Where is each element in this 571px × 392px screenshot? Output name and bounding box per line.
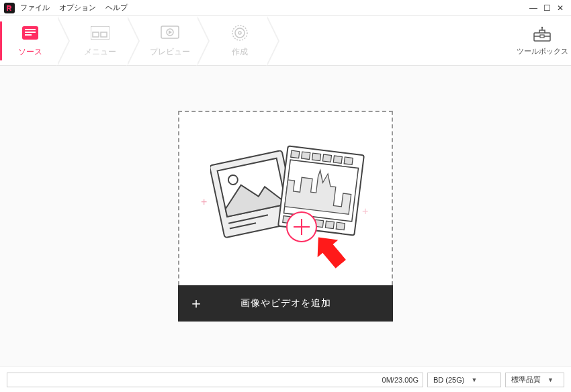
svg-point-11 (238, 32, 241, 34)
source-icon (21, 23, 39, 42)
chevron-icon (58, 16, 70, 66)
quality-select[interactable]: 標準品質 ▼ (505, 373, 564, 387)
step-label: 作成 (232, 46, 248, 58)
pointer-arrow-icon (309, 226, 356, 273)
minimize-button[interactable]: — (527, 3, 540, 13)
step-nav: ソース メニュー プレビュー 作成 ツールボックス (0, 16, 571, 66)
svg-rect-2 (25, 32, 36, 33)
disc-type-select[interactable]: BD (25G) ▼ (427, 373, 501, 387)
titlebar: ファイル オプション ヘルプ — ☐ ✕ (0, 0, 571, 16)
svg-rect-1 (25, 29, 36, 30)
step-source[interactable]: ソース (0, 16, 60, 66)
drop-zone[interactable]: + + (178, 111, 393, 322)
menu-help[interactable]: ヘルプ (105, 3, 128, 13)
toolbox-label: ツールボックス (517, 46, 568, 56)
sparkle-icon: + (201, 196, 207, 208)
add-media-button[interactable]: ＋ 画像やビデオを追加 (178, 285, 393, 322)
quality-value: 標準品質 (511, 375, 541, 385)
svg-point-16 (541, 27, 543, 28)
menu-option[interactable]: オプション (59, 3, 96, 13)
step-label: プレビュー (150, 46, 190, 58)
svg-rect-14 (540, 35, 544, 38)
svg-rect-3 (25, 34, 32, 36)
step-menu[interactable]: メニュー (70, 16, 130, 66)
add-media-label: 画像やビデオを追加 (214, 297, 393, 309)
disc-type-value: BD (25G) (433, 376, 464, 384)
svg-rect-5 (93, 32, 99, 37)
toolbox-button[interactable]: ツールボックス (513, 25, 571, 56)
drop-illustration: + + (178, 111, 393, 285)
chevron-down-icon: ▼ (471, 377, 477, 383)
svg-rect-24 (302, 152, 310, 159)
chevron-icon (197, 16, 210, 66)
chevron-down-icon: ▼ (547, 377, 554, 383)
capacity-bar: 0M/23.00G (7, 373, 423, 387)
create-icon (231, 23, 249, 42)
plus-icon: ＋ (178, 293, 214, 313)
step-preview[interactable]: プレビュー (140, 16, 200, 66)
preview-icon (161, 23, 179, 42)
step-create[interactable]: 作成 (210, 16, 270, 66)
svg-rect-28 (344, 157, 353, 164)
svg-rect-6 (101, 32, 107, 37)
chevron-icon (267, 16, 279, 66)
workspace: + + (0, 66, 571, 366)
capacity-text: 0M/23.00G (382, 376, 419, 384)
step-label: メニュー (84, 46, 116, 58)
menu-file[interactable]: ファイル (20, 3, 50, 13)
maximize-button[interactable]: ☐ (540, 3, 554, 13)
svg-rect-26 (322, 154, 331, 162)
step-label: ソース (18, 46, 42, 58)
close-button[interactable]: ✕ (554, 3, 567, 13)
svg-rect-27 (333, 156, 342, 163)
svg-rect-25 (312, 153, 321, 160)
toolbox-icon (533, 25, 552, 44)
statusbar: 0M/23.00G BD (25G) ▼ 標準品質 ▼ (0, 366, 571, 392)
svg-point-10 (235, 28, 245, 38)
menu-icon (91, 23, 109, 42)
svg-rect-23 (291, 150, 300, 158)
chevron-icon (128, 16, 140, 66)
app-logo (4, 3, 15, 13)
